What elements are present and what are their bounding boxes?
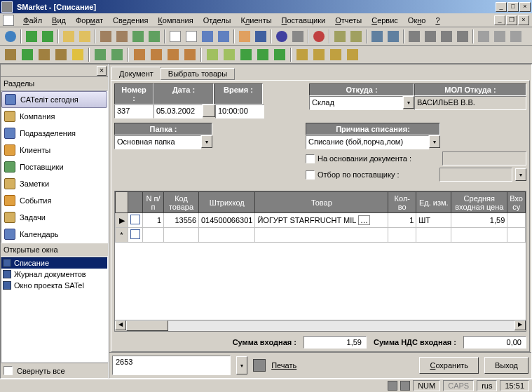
- col-code[interactable]: Код товара: [164, 192, 199, 213]
- tb-stop-icon[interactable]: [311, 29, 327, 44]
- tb2-14-icon[interactable]: [238, 47, 254, 62]
- tb-r1-icon[interactable]: [332, 29, 348, 44]
- menu-company[interactable]: Компания: [153, 15, 198, 26]
- tb2-5-icon[interactable]: [70, 47, 86, 62]
- tb2-12-icon[interactable]: [205, 47, 220, 62]
- col-price[interactable]: Средняя входная цена: [451, 192, 507, 213]
- tb-r7-icon[interactable]: [439, 29, 454, 44]
- tb-r10-icon[interactable]: [492, 29, 507, 44]
- bysupplier-input[interactable]: [439, 168, 512, 182]
- sidebar-item-calendar[interactable]: Календарь: [1, 226, 107, 243]
- grid-hscroll[interactable]: ◀▶: [115, 320, 526, 331]
- tab-document[interactable]: Документ: [111, 67, 161, 80]
- calendar-button[interactable]: [203, 104, 215, 117]
- tb-r11-icon[interactable]: [508, 29, 524, 44]
- tb-open2-icon[interactable]: [77, 29, 93, 44]
- tb-box1-icon[interactable]: [98, 29, 114, 44]
- folder-dropdown[interactable]: [201, 135, 212, 148]
- table-row[interactable]: ▶ 1 13556 014500066301 ЙОГУРТ STARFRUCHT…: [116, 213, 526, 228]
- tb2-19-icon[interactable]: [328, 47, 343, 62]
- mdi-restore-button[interactable]: ❐: [506, 15, 517, 25]
- close-button[interactable]: ×: [519, 2, 531, 12]
- tb2-4-icon[interactable]: [53, 47, 69, 62]
- tb2-7-icon[interactable]: [109, 47, 125, 62]
- tb-r4-icon[interactable]: [386, 29, 401, 44]
- tb-r2-icon[interactable]: [348, 29, 364, 44]
- sidebar-item-clients[interactable]: Клиенты: [1, 142, 107, 158]
- save-button[interactable]: Сохранить: [419, 357, 479, 374]
- sidebar-item-departments[interactable]: Подразделения: [1, 125, 107, 142]
- col-num[interactable]: N п/п: [143, 192, 164, 213]
- maximize-button[interactable]: □: [507, 2, 519, 12]
- tb-box3-icon[interactable]: [130, 29, 146, 44]
- minimize-button[interactable]: _: [496, 2, 507, 12]
- col-qty[interactable]: Кол-во: [388, 192, 416, 213]
- menu-suppliers[interactable]: Поставщики: [277, 15, 331, 26]
- bysupplier-checkbox[interactable]: [306, 170, 315, 180]
- print-icon[interactable]: [253, 359, 266, 372]
- tb2-18-icon[interactable]: [311, 47, 327, 62]
- window-item-writeoff[interactable]: Списание: [1, 257, 107, 269]
- menu-info[interactable]: Сведения: [108, 15, 153, 26]
- tb-r5-icon[interactable]: [407, 29, 422, 44]
- mdi-minimize-button[interactable]: _: [494, 15, 505, 25]
- tb2-11-icon[interactable]: [182, 47, 198, 62]
- tb2-10-icon[interactable]: [165, 47, 181, 62]
- collapse-all[interactable]: Свернуть все: [1, 363, 108, 378]
- col-name[interactable]: Товар: [255, 192, 388, 213]
- tb2-13-icon[interactable]: [221, 47, 237, 62]
- tb-r8-icon[interactable]: [455, 29, 470, 44]
- tb-r3-icon[interactable]: [369, 29, 385, 44]
- col-barcode[interactable]: Штрихкод: [199, 192, 255, 213]
- tb2-3-icon[interactable]: [36, 47, 52, 62]
- sidebar-item-notes[interactable]: Заметки: [1, 175, 107, 192]
- exit-button[interactable]: Выход: [484, 357, 528, 374]
- menu-reports[interactable]: Отчеты: [330, 15, 367, 26]
- tb-back-icon[interactable]: [24, 29, 39, 44]
- time-input[interactable]: 10:00:00: [215, 104, 264, 119]
- table-new-row[interactable]: *: [116, 228, 526, 243]
- items-grid[interactable]: N п/п Код товара Штрихкод Товар Кол-во Е…: [114, 191, 526, 332]
- menu-file[interactable]: Файл: [18, 15, 47, 26]
- status-icon-1[interactable]: [388, 381, 397, 391]
- tb-doc4-icon[interactable]: [216, 29, 231, 44]
- collapse-checkbox[interactable]: [4, 366, 13, 375]
- mol-input[interactable]: ВАСИЛЬЕВ В.В.: [414, 96, 526, 110]
- sidebar-close-icon[interactable]: ×: [97, 66, 107, 76]
- sidebar-item-events[interactable]: События: [1, 192, 107, 209]
- from-dropdown[interactable]: [403, 96, 414, 109]
- folder-input[interactable]: Основная папка: [114, 135, 201, 149]
- tb-help-icon[interactable]: [274, 29, 289, 44]
- bysupplier-dropdown[interactable]: [515, 168, 526, 181]
- tb-box2-icon[interactable]: [114, 29, 130, 44]
- tb-doc2-icon[interactable]: [184, 29, 199, 44]
- tb-whatsthis-icon[interactable]: [290, 29, 306, 44]
- tb2-17-icon[interactable]: [294, 47, 310, 62]
- tb-r9-icon[interactable]: [476, 29, 491, 44]
- sidebar-item-tasks[interactable]: Задачи: [1, 209, 107, 226]
- menu-view[interactable]: Вид: [47, 15, 71, 26]
- menu-format[interactable]: Формат: [71, 15, 108, 26]
- col-cut[interactable]: Вхо су: [507, 192, 526, 213]
- reason-dropdown[interactable]: [429, 135, 440, 148]
- lookup-button[interactable]: …: [358, 215, 370, 225]
- tb-doc3-icon[interactable]: [200, 29, 215, 44]
- menu-help[interactable]: ?: [430, 15, 444, 26]
- tb2-1-icon[interactable]: [3, 47, 18, 62]
- tb-chart-icon[interactable]: [253, 29, 268, 44]
- tb-user-icon[interactable]: [237, 29, 252, 44]
- from-input[interactable]: Склад: [309, 96, 403, 110]
- tb2-20-icon[interactable]: [345, 47, 360, 62]
- menu-service[interactable]: Сервис: [367, 15, 403, 26]
- menu-window[interactable]: Окно: [403, 15, 431, 26]
- status-icon-2[interactable]: [400, 381, 410, 391]
- tb-open-icon[interactable]: [61, 29, 76, 44]
- tb-box4-icon[interactable]: [146, 29, 162, 44]
- tb2-8-icon[interactable]: [132, 47, 147, 62]
- bydoc-input[interactable]: [442, 151, 526, 165]
- tb-r6-icon[interactable]: [423, 29, 438, 44]
- tb2-16-icon[interactable]: [272, 47, 287, 62]
- tab-goods[interactable]: Выбрать товары: [161, 68, 235, 80]
- window-item-project[interactable]: Окно проекта SATel: [1, 280, 107, 291]
- menu-clients[interactable]: Клиенты: [236, 15, 276, 26]
